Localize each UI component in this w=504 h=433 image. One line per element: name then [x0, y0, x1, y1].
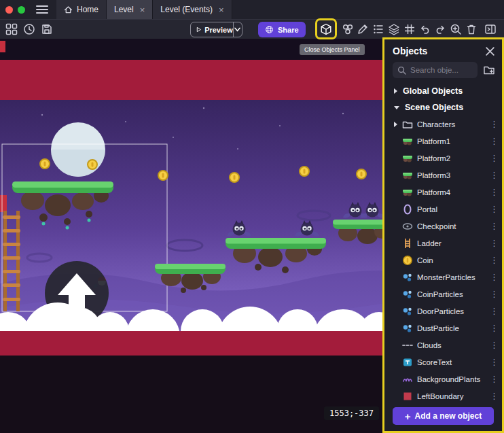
more-options-icon[interactable]	[490, 340, 498, 350]
tab-home[interactable]: Home	[56, 0, 107, 19]
more-options-icon[interactable]	[490, 221, 498, 231]
more-options-icon[interactable]	[490, 357, 498, 367]
expand-chevron-icon[interactable]	[394, 122, 399, 127]
object-row[interactable]: BackgroundPlants	[384, 370, 502, 387]
more-options-icon[interactable]	[490, 170, 498, 180]
objects-cube-icon[interactable]	[320, 23, 332, 35]
more-options-icon[interactable]	[490, 153, 498, 163]
more-options-icon[interactable]	[490, 255, 498, 265]
more-options-icon[interactable]	[490, 204, 498, 214]
more-options-icon[interactable]	[490, 289, 498, 299]
object-groups-icon[interactable]	[342, 23, 354, 35]
instances-list-icon[interactable]	[372, 23, 384, 35]
object-row[interactable]: Ladder	[384, 235, 502, 252]
more-options-icon[interactable]	[490, 272, 498, 282]
undo-icon[interactable]	[419, 23, 431, 35]
object-row[interactable]: ScoreText	[384, 353, 502, 370]
more-options-icon[interactable]	[490, 323, 498, 333]
object-label: CoinParticles	[417, 290, 490, 298]
left-boundary-sprite-top[interactable]	[0, 41, 5, 52]
group-label: Global Objects	[403, 86, 463, 96]
close-tab-icon[interactable]	[219, 5, 224, 14]
tab-label: Level (Events)	[160, 5, 213, 14]
object-thumbnail-icon	[402, 391, 413, 402]
object-label: LeftBoundary	[417, 392, 490, 400]
more-options-icon[interactable]	[490, 119, 498, 129]
more-options-icon[interactable]	[490, 391, 498, 401]
trash-icon[interactable]	[465, 23, 478, 35]
object-row[interactable]: Coin	[384, 252, 502, 269]
more-options-icon[interactable]	[490, 374, 498, 384]
object-row[interactable]: Platform2	[384, 150, 502, 167]
object-label: Platform2	[417, 154, 490, 162]
object-label: Coin	[417, 256, 490, 264]
objects-list: Characters Platform1 Platform2 Platform3…	[384, 116, 502, 402]
tab-level[interactable]: Level	[107, 0, 153, 19]
add-folder-icon[interactable]	[483, 64, 495, 76]
object-thumbnail-icon	[402, 306, 413, 317]
more-options-icon[interactable]	[490, 136, 498, 146]
object-row[interactable]: Platform3	[384, 167, 502, 184]
object-thumbnail-icon	[402, 136, 413, 147]
object-row[interactable]: MonsterParticles	[384, 269, 502, 285]
hamburger-icon[interactable]	[36, 0, 48, 19]
edit-pencil-icon[interactable]	[357, 23, 369, 35]
preview-button[interactable]: Preview	[190, 22, 242, 37]
add-object-button[interactable]: + Add a new object	[393, 407, 494, 425]
object-label: Platform4	[417, 188, 490, 196]
project-manager-icon[interactable]	[5, 23, 18, 35]
object-thumbnail-icon	[402, 289, 413, 300]
object-thumbnail-icon	[402, 255, 413, 266]
close-panel-icon[interactable]	[485, 46, 495, 56]
layers-icon[interactable]	[388, 23, 400, 35]
close-tab-icon[interactable]	[140, 5, 145, 14]
history-icon[interactable]	[23, 23, 35, 35]
object-label: Ladder	[417, 239, 490, 247]
chevron-right-icon	[394, 88, 397, 94]
left-boundary-sprite[interactable]	[0, 195, 7, 212]
zoom-window-button[interactable]	[18, 6, 25, 14]
more-options-icon[interactable]	[490, 238, 498, 248]
object-thumbnail-icon	[402, 204, 413, 215]
object-thumbnail-icon	[402, 340, 413, 351]
object-label: ScoreText	[417, 358, 490, 366]
object-thumbnail-icon	[402, 170, 413, 181]
object-row[interactable]: Checkpoint	[384, 218, 502, 235]
object-row[interactable]: Platform4	[384, 184, 502, 201]
redo-icon[interactable]	[434, 23, 446, 35]
object-row[interactable]: CoinParticles	[384, 285, 502, 302]
more-options-icon[interactable]	[490, 187, 498, 197]
object-thumbnail-icon	[402, 119, 413, 130]
object-row[interactable]: DoorParticles	[384, 302, 502, 319]
share-button[interactable]: Share	[258, 22, 306, 37]
preview-dropdown-button[interactable]	[234, 27, 242, 32]
object-row[interactable]: LeftBoundary	[384, 387, 502, 402]
share-label: Share	[278, 26, 299, 34]
tab-level-events[interactable]: Level (Events)	[153, 0, 232, 19]
object-label: Platform1	[417, 137, 490, 145]
zoom-in-icon[interactable]	[450, 23, 462, 35]
object-label: Characters	[417, 120, 490, 128]
object-label: BackgroundPlants	[417, 375, 490, 383]
object-row[interactable]: Platform1	[384, 133, 502, 150]
share-globe-icon	[265, 25, 274, 34]
save-icon[interactable]	[41, 23, 53, 35]
properties-panel-icon[interactable]	[484, 23, 497, 35]
home-icon	[64, 5, 73, 14]
object-row[interactable]: DustParticle	[384, 319, 502, 336]
close-window-button[interactable]	[5, 6, 13, 14]
search-icon	[397, 66, 406, 75]
object-label: Portal	[417, 205, 490, 213]
grid-icon[interactable]	[403, 23, 416, 35]
group-global-objects[interactable]: Global Objects	[384, 83, 502, 99]
search-box	[393, 62, 478, 78]
group-label: Scene Objects	[405, 103, 463, 112]
group-scene-objects[interactable]: Scene Objects	[384, 99, 502, 116]
tab-label: Home	[77, 5, 98, 14]
more-options-icon[interactable]	[490, 306, 498, 316]
object-row[interactable]: Portal	[384, 201, 502, 218]
object-row[interactable]: Clouds	[384, 336, 502, 353]
object-row[interactable]: Characters	[384, 116, 502, 133]
object-label: Checkpoint	[417, 222, 490, 230]
search-objects-input[interactable]	[410, 66, 473, 74]
